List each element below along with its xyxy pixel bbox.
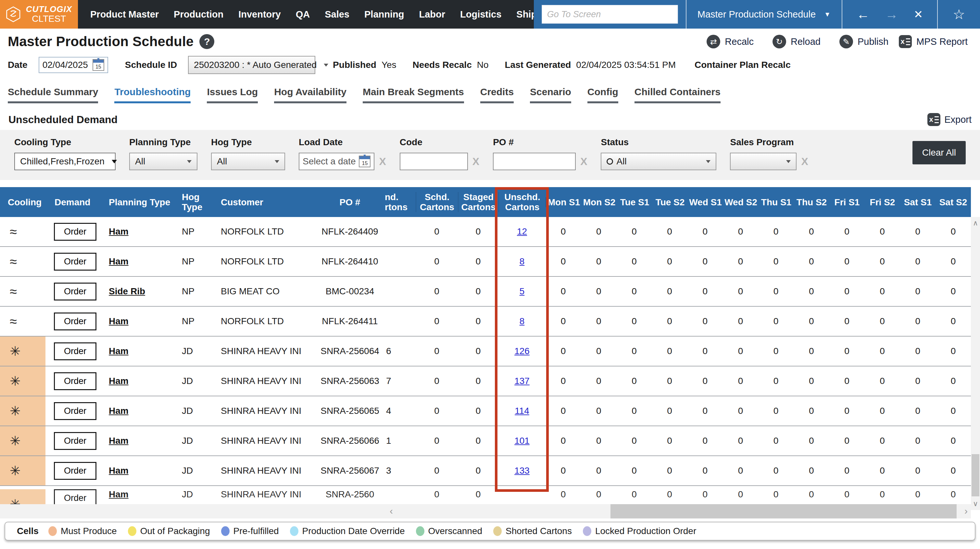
planning-type-link[interactable]: Ham: [109, 376, 129, 386]
column-header-demand[interactable]: Demand: [45, 197, 109, 207]
date-picker[interactable]: 02/04/2025 15: [39, 57, 108, 73]
column-header-day[interactable]: Sat S2: [935, 197, 971, 207]
menu-item[interactable]: Production: [174, 9, 223, 20]
order-button[interactable]: Order: [54, 342, 97, 360]
planning-type-link[interactable]: Ham: [109, 256, 129, 267]
tab[interactable]: Troubleshooting: [114, 86, 191, 103]
order-button[interactable]: Order: [54, 313, 97, 330]
header-action-button[interactable]: ⇄ Recalc: [706, 35, 754, 48]
unschd-cartons-link[interactable]: 8: [520, 316, 525, 326]
column-header-day[interactable]: Mon S2: [582, 197, 617, 207]
planning-type-link[interactable]: Ham: [109, 316, 129, 326]
goto-screen-input[interactable]: [542, 5, 678, 24]
back-arrow-icon[interactable]: ←: [857, 8, 870, 21]
column-header-day[interactable]: Wed S2: [723, 197, 759, 207]
tab[interactable]: Chilled Containers: [635, 86, 721, 103]
tab[interactable]: Schedule Summary: [8, 86, 98, 103]
planning-type-link[interactable]: Side Rib: [109, 286, 145, 296]
column-header-cooling[interactable]: Cooling: [0, 197, 45, 207]
column-header-day[interactable]: Fri S2: [865, 197, 900, 207]
menu-item[interactable]: Labor: [419, 9, 445, 20]
planning-type-select[interactable]: All: [129, 153, 197, 170]
planning-type-link[interactable]: Ham: [109, 406, 129, 416]
clear-code-icon[interactable]: X: [473, 156, 479, 167]
header-action-button[interactable]: ✎ Publish: [839, 35, 888, 48]
column-header-day[interactable]: Thu S1: [759, 197, 794, 207]
clear-sales-program-icon[interactable]: X: [801, 156, 808, 167]
column-header-schd-cartons[interactable]: Schd.Cartons: [416, 192, 458, 212]
po-input[interactable]: [493, 153, 576, 170]
horizontal-scroll-thumb[interactable]: [611, 504, 957, 519]
column-header-day[interactable]: Wed S1: [688, 197, 723, 207]
order-button[interactable]: Order: [54, 432, 97, 450]
column-header-hog-type[interactable]: Hog Type: [182, 192, 221, 212]
column-header-customer[interactable]: Customer: [221, 197, 315, 207]
menu-item[interactable]: QA: [296, 9, 310, 20]
vertical-scrollbar[interactable]: ∧ ∨: [971, 217, 980, 510]
planning-type-link[interactable]: Ham: [109, 466, 129, 476]
clear-load-date-icon[interactable]: X: [379, 156, 386, 167]
status-select[interactable]: All: [601, 153, 716, 170]
column-header-day[interactable]: Sat S1: [900, 197, 935, 207]
clear-po-icon[interactable]: X: [580, 156, 587, 167]
unschd-cartons-link[interactable]: 133: [514, 466, 530, 476]
column-header-po[interactable]: PO #: [315, 197, 385, 207]
schedule-id-select[interactable]: 250203200 : * Auto Generated: [188, 56, 315, 74]
order-button[interactable]: Order: [54, 402, 97, 420]
planning-type-link[interactable]: Ham: [109, 489, 129, 499]
unschd-cartons-link[interactable]: 101: [514, 436, 530, 446]
menu-item[interactable]: Logistics: [460, 9, 501, 20]
unschd-cartons-link[interactable]: 126: [514, 346, 530, 356]
order-button[interactable]: Order: [54, 489, 97, 504]
planning-type-link[interactable]: Ham: [109, 436, 129, 446]
mps-report-button[interactable]: x MPS Report: [899, 35, 972, 48]
scroll-down-icon[interactable]: ∨: [973, 500, 978, 508]
header-action-button[interactable]: ↻ Reload: [773, 35, 821, 48]
tab[interactable]: Credits: [480, 86, 514, 103]
tab[interactable]: Scenario: [530, 86, 571, 103]
column-header-unschd-cartons[interactable]: Unschd.Cartons: [498, 192, 546, 212]
column-header-day[interactable]: Tue S1: [617, 197, 652, 207]
column-header-staged-cartons[interactable]: StagedCartons: [458, 192, 498, 212]
column-header-dmd-cartons[interactable]: nd.rtons: [385, 192, 416, 212]
tab[interactable]: Main Break Segments: [363, 86, 464, 103]
code-input[interactable]: [400, 153, 468, 170]
export-button[interactable]: x Export: [928, 113, 972, 126]
vertical-scroll-thumb[interactable]: [972, 454, 979, 496]
cooling-type-select[interactable]: Chilled,Fresh,Frozen: [14, 153, 116, 170]
star-favorite-icon[interactable]: ☆: [953, 6, 965, 22]
menu-item[interactable]: Product Master: [90, 9, 159, 20]
planning-type-link[interactable]: Ham: [109, 227, 129, 236]
sales-program-select[interactable]: [730, 153, 797, 170]
hog-type-select[interactable]: All: [211, 153, 285, 170]
forward-arrow-icon[interactable]: →: [885, 8, 898, 21]
help-icon[interactable]: ?: [199, 34, 214, 49]
close-icon[interactable]: ✕: [914, 9, 923, 20]
column-header-day[interactable]: Mon S1: [546, 197, 582, 207]
column-header-day[interactable]: Tue S2: [652, 197, 688, 207]
order-button[interactable]: Order: [54, 253, 97, 271]
unschd-cartons-link[interactable]: 12: [517, 227, 527, 236]
unschd-cartons-link[interactable]: 8: [520, 256, 525, 267]
menu-item[interactable]: Inventory: [239, 9, 281, 20]
unschd-cartons-link[interactable]: 5: [520, 286, 525, 296]
calendar-icon[interactable]: 15: [359, 156, 371, 167]
tab[interactable]: Hog Availability: [274, 86, 347, 103]
load-date-picker[interactable]: Select a date 15: [299, 153, 374, 170]
screen-selector-dropdown[interactable]: Master Production Schedule ▼: [686, 0, 842, 29]
order-button[interactable]: Order: [54, 462, 97, 480]
order-button[interactable]: Order: [54, 223, 97, 241]
unschd-cartons-link[interactable]: 137: [514, 376, 530, 386]
horizontal-scrollbar[interactable]: ‹ ›: [0, 504, 971, 519]
order-button[interactable]: Order: [54, 282, 97, 300]
menu-item[interactable]: Planning: [364, 9, 404, 20]
column-header-planning-type[interactable]: Planning Type: [109, 197, 182, 207]
tab[interactable]: Issues Log: [207, 86, 258, 103]
scroll-right-icon[interactable]: ›: [964, 506, 968, 517]
planning-type-link[interactable]: Ham: [109, 346, 129, 356]
column-header-day[interactable]: Thu S2: [794, 197, 829, 207]
scroll-up-icon[interactable]: ∧: [973, 219, 978, 227]
column-header-day[interactable]: Fri S1: [829, 197, 865, 207]
calendar-icon[interactable]: 15: [92, 59, 104, 71]
tab[interactable]: Config: [587, 86, 618, 103]
